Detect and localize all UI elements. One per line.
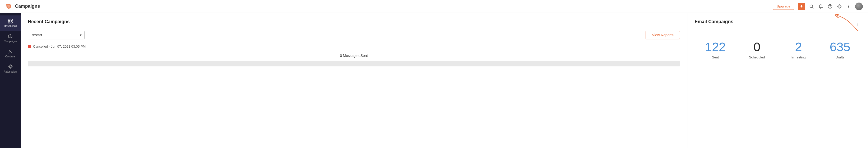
sidebar-label-dashboard: Dashboard [4,25,17,28]
avatar[interactable] [855,3,863,10]
campaign-status-row: Cancelled - Jun 07, 2021 03:05 PM [28,44,680,48]
app-logo [5,3,12,10]
main-container: Dashboard Campaigns Contacts [0,13,868,148]
svg-rect-9 [11,19,12,21]
sidebar-item-contacts[interactable]: Contacts [0,46,21,61]
sidebar-item-dashboard[interactable]: Dashboard [0,15,21,31]
email-stats-row: 122 Sent 0 Scheduled 2 In Testing 635 Dr… [694,41,861,59]
automation-icon [8,64,13,69]
more-icon[interactable] [846,4,851,9]
sidebar-label-campaigns: Campaigns [4,40,17,43]
campaign-controls: restart ▾ View Reports [28,31,680,39]
status-cancelled-dot [28,45,31,48]
campaigns-icon [8,34,13,39]
svg-point-0 [810,5,813,7]
svg-point-7 [848,7,849,8]
sidebar-item-campaigns[interactable]: Campaigns [0,31,21,46]
stat-scheduled-value: 0 [753,41,761,53]
email-campaigns-header: Email Campaigns + [694,19,861,31]
svg-rect-11 [11,22,12,23]
stat-in-testing-label: In Testing [792,56,806,59]
stat-sent-label: Sent [712,56,719,59]
stat-drafts-value: 635 [830,41,850,53]
sidebar-label-contacts: Contacts [5,55,15,58]
help-icon[interactable] [827,4,833,9]
header-left: Campaigns [5,3,40,10]
svg-point-5 [848,5,849,5]
contacts-icon [8,49,13,54]
svg-line-1 [812,7,813,8]
svg-point-6 [848,6,849,7]
content-area: Recent Campaigns restart ▾ View Reports … [21,13,868,148]
search-icon[interactable] [809,4,814,9]
stat-scheduled-label: Scheduled [749,56,765,59]
stat-sent-value: 122 [705,41,725,53]
sidebar: Dashboard Campaigns Contacts [0,13,21,148]
campaign-status-text: Cancelled - Jun 07, 2021 03:05 PM [33,44,86,48]
add-email-campaign-button[interactable]: + [854,22,861,29]
svg-rect-10 [8,22,10,23]
svg-point-13 [9,66,11,67]
dashboard-icon [8,18,13,24]
stat-drafts: 635 Drafts [819,41,861,59]
view-reports-button[interactable]: View Reports [646,31,680,39]
upgrade-button[interactable]: Upgrade [773,3,794,10]
sidebar-item-automation[interactable]: Automation [0,61,21,76]
email-campaigns-title: Email Campaigns [694,19,733,25]
campaign-dropdown[interactable]: restart [28,31,85,39]
recent-campaigns-title: Recent Campaigns [28,19,680,25]
add-button[interactable]: + [798,3,805,10]
svg-point-12 [9,50,11,51]
top-header: Campaigns Upgrade + [0,0,868,13]
progress-bar [28,61,680,66]
bell-icon[interactable] [818,4,824,9]
campaign-dropdown-wrapper: restart ▾ [28,31,85,39]
stat-in-testing: 2 In Testing [778,41,819,59]
svg-point-4 [839,6,840,7]
recent-campaigns-panel: Recent Campaigns restart ▾ View Reports … [21,13,687,148]
messages-sent-label: 0 Messages Sent [28,53,680,58]
stat-sent: 122 Sent [694,41,736,59]
email-campaigns-panel: Email Campaigns + 122 Sent 0 Scheduled 2… [687,13,868,148]
stat-drafts-label: Drafts [836,56,844,59]
svg-rect-8 [8,19,10,21]
settings-icon[interactable] [837,4,842,9]
app-title: Campaigns [15,4,40,9]
stat-scheduled: 0 Scheduled [736,41,778,59]
sidebar-label-automation: Automation [4,70,17,73]
stat-in-testing-value: 2 [795,41,802,53]
header-right: Upgrade + [773,3,863,10]
avatar-image [855,3,863,10]
